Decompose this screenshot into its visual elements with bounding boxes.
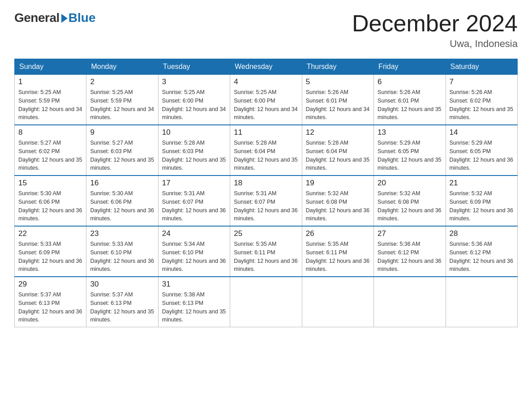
table-row xyxy=(446,277,517,327)
day-info: Sunrise: 5:29 AMSunset: 6:05 PMDaylight:… xyxy=(378,139,442,172)
header-sunday: Sunday xyxy=(15,59,86,75)
day-number: 23 xyxy=(90,229,154,238)
day-number: 16 xyxy=(90,179,154,188)
header-wednesday: Wednesday xyxy=(230,59,302,75)
table-row: 31Sunrise: 5:38 AMSunset: 6:13 PMDayligh… xyxy=(158,277,230,327)
calendar-week-5: 29Sunrise: 5:37 AMSunset: 6:13 PMDayligh… xyxy=(15,277,518,327)
table-row: 19Sunrise: 5:32 AMSunset: 6:08 PMDayligh… xyxy=(302,176,373,226)
day-number: 22 xyxy=(18,229,82,238)
header-monday: Monday xyxy=(86,59,158,75)
table-row: 9Sunrise: 5:27 AMSunset: 6:03 PMDaylight… xyxy=(86,125,158,176)
day-info: Sunrise: 5:33 AMSunset: 6:09 PMDaylight:… xyxy=(18,240,82,274)
day-number: 21 xyxy=(450,179,514,188)
day-number: 1 xyxy=(18,77,82,86)
table-row: 17Sunrise: 5:31 AMSunset: 6:07 PMDayligh… xyxy=(158,176,230,226)
page-header: General Blue December 2024 Uwa, Indonesi… xyxy=(14,11,518,50)
day-info: Sunrise: 5:25 AMSunset: 5:59 PMDaylight:… xyxy=(18,88,82,122)
table-row: 11Sunrise: 5:28 AMSunset: 6:04 PMDayligh… xyxy=(230,125,302,176)
day-info: Sunrise: 5:25 AMSunset: 6:00 PMDaylight:… xyxy=(234,88,298,122)
table-row xyxy=(374,277,446,327)
day-info: Sunrise: 5:26 AMSunset: 6:01 PMDaylight:… xyxy=(378,88,442,122)
day-info: Sunrise: 5:27 AMSunset: 6:02 PMDaylight:… xyxy=(18,139,82,172)
logo-general-text: General xyxy=(14,11,60,25)
day-number: 30 xyxy=(90,280,154,289)
table-row: 20Sunrise: 5:32 AMSunset: 6:08 PMDayligh… xyxy=(374,176,446,226)
day-info: Sunrise: 5:36 AMSunset: 6:12 PMDaylight:… xyxy=(378,240,442,274)
day-info: Sunrise: 5:25 AMSunset: 5:59 PMDaylight:… xyxy=(90,88,154,122)
day-info: Sunrise: 5:28 AMSunset: 6:04 PMDaylight:… xyxy=(306,139,370,172)
calendar-week-3: 15Sunrise: 5:30 AMSunset: 6:06 PMDayligh… xyxy=(15,176,518,226)
table-row: 27Sunrise: 5:36 AMSunset: 6:12 PMDayligh… xyxy=(374,226,446,277)
table-row: 14Sunrise: 5:29 AMSunset: 6:05 PMDayligh… xyxy=(446,125,517,176)
table-row: 8Sunrise: 5:27 AMSunset: 6:02 PMDaylight… xyxy=(15,125,86,176)
day-info: Sunrise: 5:32 AMSunset: 6:09 PMDaylight:… xyxy=(450,189,514,223)
table-row: 25Sunrise: 5:35 AMSunset: 6:11 PMDayligh… xyxy=(230,226,302,277)
table-row: 30Sunrise: 5:37 AMSunset: 6:13 PMDayligh… xyxy=(86,277,158,327)
day-info: Sunrise: 5:37 AMSunset: 6:13 PMDaylight:… xyxy=(18,291,82,324)
day-info: Sunrise: 5:29 AMSunset: 6:05 PMDaylight:… xyxy=(450,139,514,172)
table-row xyxy=(230,277,302,327)
day-number: 19 xyxy=(306,179,370,188)
day-info: Sunrise: 5:32 AMSunset: 6:08 PMDaylight:… xyxy=(378,189,442,223)
table-row: 10Sunrise: 5:28 AMSunset: 6:03 PMDayligh… xyxy=(158,125,230,176)
day-info: Sunrise: 5:35 AMSunset: 6:11 PMDaylight:… xyxy=(234,240,298,274)
table-row: 23Sunrise: 5:33 AMSunset: 6:10 PMDayligh… xyxy=(86,226,158,277)
day-info: Sunrise: 5:25 AMSunset: 6:00 PMDaylight:… xyxy=(162,88,226,122)
table-row: 3Sunrise: 5:25 AMSunset: 6:00 PMDaylight… xyxy=(158,75,230,125)
day-number: 27 xyxy=(378,229,442,238)
day-number: 10 xyxy=(162,128,226,137)
day-info: Sunrise: 5:28 AMSunset: 6:03 PMDaylight:… xyxy=(162,139,226,172)
logo-arrow-icon xyxy=(61,14,68,23)
day-number: 2 xyxy=(90,77,154,86)
day-number: 24 xyxy=(162,229,226,238)
day-info: Sunrise: 5:26 AMSunset: 6:01 PMDaylight:… xyxy=(306,88,370,122)
day-number: 31 xyxy=(162,280,226,289)
table-row: 21Sunrise: 5:32 AMSunset: 6:09 PMDayligh… xyxy=(446,176,517,226)
day-info: Sunrise: 5:37 AMSunset: 6:13 PMDaylight:… xyxy=(90,291,154,324)
day-info: Sunrise: 5:31 AMSunset: 6:07 PMDaylight:… xyxy=(162,189,226,223)
title-block: December 2024 Uwa, Indonesia xyxy=(352,11,518,50)
day-number: 6 xyxy=(378,77,442,86)
day-info: Sunrise: 5:28 AMSunset: 6:04 PMDaylight:… xyxy=(234,139,298,172)
calendar-table: Sunday Monday Tuesday Wednesday Thursday… xyxy=(14,59,518,327)
day-info: Sunrise: 5:34 AMSunset: 6:10 PMDaylight:… xyxy=(162,240,226,274)
day-number: 28 xyxy=(450,229,514,238)
day-info: Sunrise: 5:38 AMSunset: 6:13 PMDaylight:… xyxy=(162,291,226,324)
table-row: 4Sunrise: 5:25 AMSunset: 6:00 PMDaylight… xyxy=(230,75,302,125)
table-row: 15Sunrise: 5:30 AMSunset: 6:06 PMDayligh… xyxy=(15,176,86,226)
day-number: 25 xyxy=(234,229,298,238)
day-number: 11 xyxy=(234,128,298,137)
table-row: 5Sunrise: 5:26 AMSunset: 6:01 PMDaylight… xyxy=(302,75,373,125)
day-number: 8 xyxy=(18,128,82,137)
month-title: December 2024 xyxy=(352,11,518,36)
calendar-week-1: 1Sunrise: 5:25 AMSunset: 5:59 PMDaylight… xyxy=(15,75,518,125)
logo: General Blue xyxy=(14,11,95,25)
table-row: 29Sunrise: 5:37 AMSunset: 6:13 PMDayligh… xyxy=(15,277,86,327)
table-row: 18Sunrise: 5:31 AMSunset: 6:07 PMDayligh… xyxy=(230,176,302,226)
calendar-week-2: 8Sunrise: 5:27 AMSunset: 6:02 PMDaylight… xyxy=(15,125,518,176)
header-saturday: Saturday xyxy=(446,59,517,75)
day-number: 29 xyxy=(18,280,82,289)
day-number: 18 xyxy=(234,179,298,188)
day-number: 7 xyxy=(450,77,514,86)
header-tuesday: Tuesday xyxy=(158,59,230,75)
table-row: 26Sunrise: 5:35 AMSunset: 6:11 PMDayligh… xyxy=(302,226,373,277)
day-info: Sunrise: 5:32 AMSunset: 6:08 PMDaylight:… xyxy=(306,189,370,223)
day-info: Sunrise: 5:26 AMSunset: 6:02 PMDaylight:… xyxy=(450,88,514,122)
day-number: 9 xyxy=(90,128,154,137)
day-info: Sunrise: 5:35 AMSunset: 6:11 PMDaylight:… xyxy=(306,240,370,274)
location-label: Uwa, Indonesia xyxy=(352,38,518,50)
day-info: Sunrise: 5:36 AMSunset: 6:12 PMDaylight:… xyxy=(450,240,514,274)
table-row: 6Sunrise: 5:26 AMSunset: 6:01 PMDaylight… xyxy=(374,75,446,125)
day-info: Sunrise: 5:33 AMSunset: 6:10 PMDaylight:… xyxy=(90,240,154,274)
table-row: 7Sunrise: 5:26 AMSunset: 6:02 PMDaylight… xyxy=(446,75,517,125)
day-number: 12 xyxy=(306,128,370,137)
day-info: Sunrise: 5:31 AMSunset: 6:07 PMDaylight:… xyxy=(234,189,298,223)
table-row: 12Sunrise: 5:28 AMSunset: 6:04 PMDayligh… xyxy=(302,125,373,176)
table-row xyxy=(302,277,373,327)
table-row: 24Sunrise: 5:34 AMSunset: 6:10 PMDayligh… xyxy=(158,226,230,277)
table-row: 22Sunrise: 5:33 AMSunset: 6:09 PMDayligh… xyxy=(15,226,86,277)
header-friday: Friday xyxy=(374,59,446,75)
day-number: 4 xyxy=(234,77,298,86)
day-info: Sunrise: 5:30 AMSunset: 6:06 PMDaylight:… xyxy=(18,189,82,223)
